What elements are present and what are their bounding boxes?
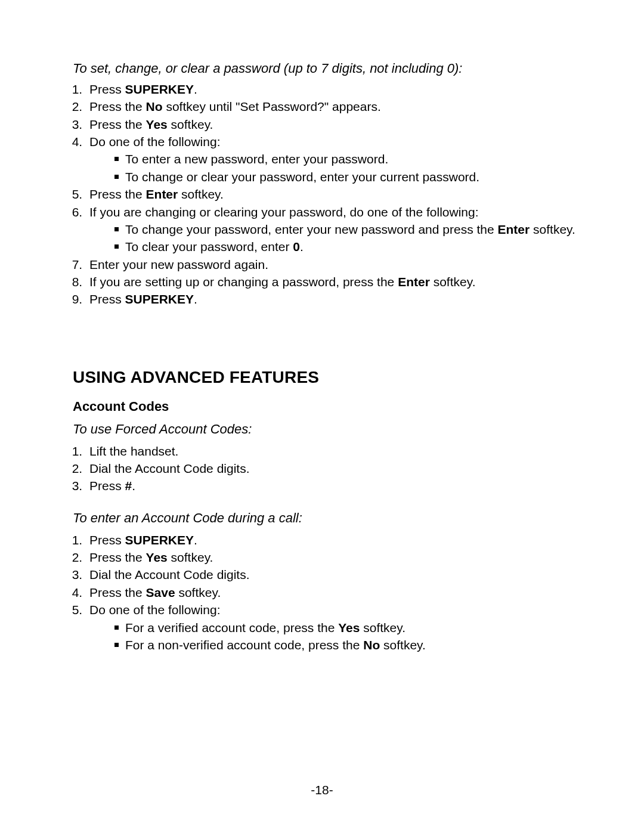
text: If you are setting up or changing a pass… <box>89 275 398 289</box>
text: Press <box>89 292 125 306</box>
text-bold: Enter <box>146 187 178 201</box>
list-item: For a non-verified account code, press t… <box>114 636 577 654</box>
list-item: Enter your new password again. <box>86 256 577 273</box>
text: . <box>194 82 197 96</box>
text: For a non-verified account code, press t… <box>125 638 363 652</box>
text: Press <box>89 479 125 493</box>
subsection-title-account-codes: Account Codes <box>73 399 577 414</box>
text-bold: Yes <box>146 550 168 564</box>
list-item: Press SUPERKEY. <box>86 531 577 549</box>
document-page: To set, change, or clear a password (up … <box>0 0 644 833</box>
during-steps: Press SUPERKEY. Press the Yes softkey. D… <box>86 531 577 654</box>
text: Press the <box>89 550 146 564</box>
list-item: Press SUPERKEY. <box>86 80 577 98</box>
text: To change your password, enter your new … <box>125 222 498 236</box>
list-item: Press the Save softkey. <box>86 584 577 601</box>
text: Enter your new password again. <box>89 258 268 271</box>
list-item: Lift the handset. <box>86 442 577 460</box>
text: Do one of the following: <box>89 603 220 617</box>
text: To enter a new password, enter your pass… <box>125 152 388 166</box>
text: softkey until "Set Password?" appears. <box>163 100 381 113</box>
text: Dial the Account Code digits. <box>89 568 250 581</box>
list-item: For a verified account code, press the Y… <box>114 619 577 636</box>
text: Press <box>89 533 125 547</box>
page-number: -18- <box>0 783 644 797</box>
sublist: To change your password, enter your new … <box>114 221 577 256</box>
list-item: To change your password, enter your new … <box>114 221 577 238</box>
forced-steps: Lift the handset. Dial the Account Code … <box>86 442 577 495</box>
text: . <box>132 479 135 493</box>
text-bold: SUPERKEY <box>125 292 194 306</box>
text: Press the <box>89 100 146 113</box>
list-item: Press the No softkey until "Set Password… <box>86 98 577 115</box>
text: Press the <box>89 187 146 201</box>
text: Press the <box>89 117 146 131</box>
text: Lift the handset. <box>89 444 178 458</box>
sublist: For a verified account code, press the Y… <box>114 619 577 654</box>
password-heading: To set, change, or clear a password (up … <box>73 60 577 78</box>
text-bold: # <box>125 479 132 493</box>
text: softkey. <box>530 222 575 236</box>
text: softkey. <box>178 187 224 201</box>
list-item: Dial the Account Code digits. <box>86 460 577 477</box>
list-item: To enter a new password, enter your pass… <box>114 150 577 168</box>
text: For a verified account code, press the <box>125 621 338 634</box>
text: softkey. <box>380 638 426 652</box>
text: softkey. <box>360 621 405 634</box>
text: softkey. <box>175 586 221 599</box>
text: If you are changing or clearing your pas… <box>89 205 479 219</box>
list-item: Dial the Account Code digits. <box>86 566 577 583</box>
text-bold: No <box>363 638 380 652</box>
list-item: To clear your password, enter 0. <box>114 238 577 255</box>
text: To change or clear your password, enter … <box>125 170 479 184</box>
list-item: To change or clear your password, enter … <box>114 168 577 185</box>
text-bold: SUPERKEY <box>125 533 194 547</box>
list-item: If you are changing or clearing your pas… <box>86 203 577 256</box>
text-bold: Yes <box>146 117 168 131</box>
text: Press the <box>89 586 146 599</box>
password-steps: Press SUPERKEY. Press the No softkey unt… <box>86 80 577 308</box>
forced-heading: To use Forced Account Codes: <box>73 420 577 439</box>
during-heading: To enter an Account Code during a call: <box>73 509 577 528</box>
text: softkey. <box>168 117 213 131</box>
list-item: Do one of the following: To enter a new … <box>86 133 577 185</box>
text-bold: Yes <box>338 621 360 634</box>
section-title-advanced-features: USING ADVANCED FEATURES <box>73 368 577 387</box>
text: softkey. <box>168 550 213 564</box>
list-item: Press SUPERKEY. <box>86 290 577 308</box>
text-bold: Enter <box>398 275 430 289</box>
list-item: Press the Yes softkey. <box>86 549 577 566</box>
text: . <box>300 240 304 253</box>
list-item: Press the Yes softkey. <box>86 116 577 133</box>
text: Press <box>89 82 125 96</box>
text-bold: Enter <box>498 222 530 236</box>
list-item: Do one of the following: For a verified … <box>86 601 577 654</box>
text-bold: No <box>146 100 163 113</box>
text-bold: Save <box>146 586 175 599</box>
text: . <box>194 533 197 547</box>
list-item: Press #. <box>86 477 577 494</box>
list-item: Press the Enter softkey. <box>86 185 577 203</box>
text: Dial the Account Code digits. <box>89 462 250 475</box>
text: To clear your password, enter <box>125 240 293 253</box>
sublist: To enter a new password, enter your pass… <box>114 150 577 185</box>
text-bold: SUPERKEY <box>125 82 194 96</box>
text-bold: 0 <box>293 240 300 253</box>
text: Do one of the following: <box>89 135 220 148</box>
list-item: If you are setting up or changing a pass… <box>86 273 577 290</box>
text: softkey. <box>430 275 476 289</box>
text: . <box>194 292 197 306</box>
